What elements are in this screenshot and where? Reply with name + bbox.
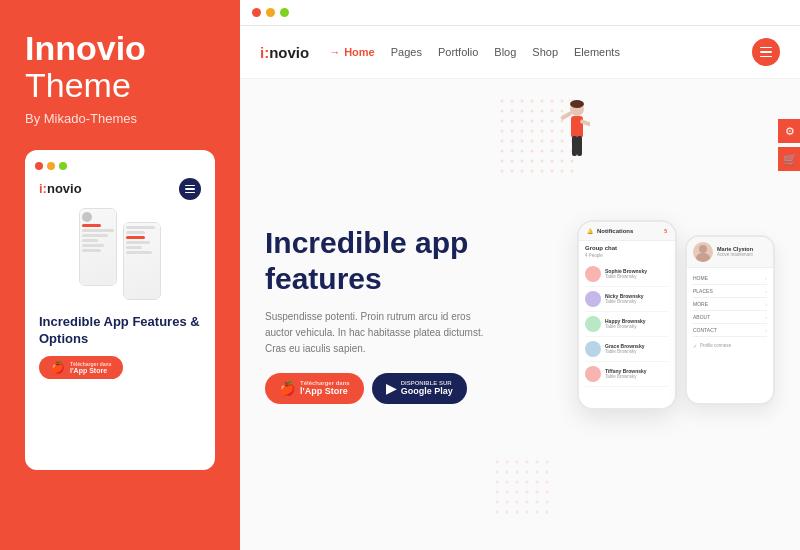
phone-big-header: 🔔 Notifications 5: [579, 222, 675, 241]
menu-item-about: ABOUT ›: [693, 311, 767, 324]
nav-item-shop[interactable]: Shop: [532, 46, 558, 58]
notif-avatar-3: [585, 316, 601, 332]
menu-item-more: MORE ›: [693, 298, 767, 311]
svg-point-3: [570, 100, 584, 108]
nav-items: Home Pages Portfolio Blog Shop Elements: [344, 46, 752, 58]
notif-item-1: Sophie Brownsky Table Brownsky: [585, 262, 669, 287]
nav-item-home[interactable]: Home: [344, 46, 375, 58]
phone-mini-2: [123, 222, 161, 300]
mini-line-6: [82, 249, 101, 252]
mini-line-5: [82, 244, 104, 247]
card-header: i:novio: [35, 178, 205, 200]
mini2-line-4: [126, 241, 150, 244]
menu-item-home: HOME ›: [693, 272, 767, 285]
card-appstore-text: Télécharger dans l'App Store: [70, 361, 111, 374]
brand-title: Innovio Theme By Mikado-Themes: [25, 30, 215, 146]
phones-area: 🔔 Notifications 5 Group chat 4 People So…: [495, 89, 776, 540]
card-appstore-button[interactable]: 🍎 Télécharger dans l'App Store: [39, 356, 123, 379]
profile-connexe-row: ✓ Profile connexe: [693, 343, 767, 349]
phone-small-body: HOME › PLACES › MORE › ABOUT ›: [687, 268, 773, 403]
notif-avatar-1: [585, 266, 601, 282]
svg-rect-7: [560, 111, 572, 120]
phone-mini-screen-2: [124, 223, 160, 299]
mini-line-2: [82, 229, 114, 232]
right-panel: i:novio → Home Pages Portfolio Blog Shop…: [240, 0, 800, 550]
dot-yellow: [47, 162, 55, 170]
side-buttons: ⚙ 🛒: [778, 119, 800, 171]
navigation-bar: i:novio → Home Pages Portfolio Blog Shop…: [240, 26, 800, 79]
contact-avatar: [693, 242, 713, 262]
hero-desc-text: Suspendisse potenti. Proin rutrum arcu i…: [265, 311, 483, 354]
menu-item-places: PLACES ›: [693, 285, 767, 298]
apple-icon-small: 🍎: [51, 361, 65, 374]
appstore-text-group: Télécharger dans l'App Store: [300, 380, 350, 397]
dot-red: [35, 162, 43, 170]
hero-title-line1: Incredible app: [265, 226, 468, 259]
notif-avatar-2: [585, 291, 601, 307]
notif-avatar-4: [585, 341, 601, 357]
mini-line-4: [82, 239, 98, 242]
group-chat-count: 4 People: [585, 253, 669, 258]
brand-subtitle: Theme: [25, 67, 215, 104]
svg-rect-4: [571, 116, 583, 138]
nav-item-elements[interactable]: Elements: [574, 46, 620, 58]
mini2-line-1: [126, 226, 155, 229]
card-bottom: Incredible App Features & Options 🍎 Télé…: [35, 306, 205, 383]
mini-line-3: [82, 234, 108, 237]
nav-item-blog[interactable]: Blog: [494, 46, 516, 58]
phone-mini-1: [79, 208, 117, 286]
phone-big-header-left: 🔔 Notifications: [587, 228, 633, 234]
card-appstore-label-main: l'App Store: [70, 367, 111, 374]
menu-label-home: HOME: [693, 275, 765, 281]
nav-item-pages[interactable]: Pages: [391, 46, 422, 58]
left-panel: Innovio Theme By Mikado-Themes i:novio: [0, 0, 240, 550]
nav-arrow-icon: →: [329, 46, 340, 58]
avatar-svg: [693, 242, 713, 262]
nav-menu-line-1: [760, 47, 772, 49]
notif-msg-1: Table Brownsky: [605, 274, 669, 279]
phone-mini-screen-1: [80, 209, 116, 285]
mini2-line-5: [126, 246, 142, 249]
notif-msg-5: Table Brownsky: [605, 374, 669, 379]
profile-connexe-label: Profile connexe: [700, 343, 731, 348]
notif-item-4: Grace Brownsky Table Brownsky: [585, 337, 669, 362]
apple-icon: 🍎: [279, 381, 295, 396]
browser-dot-green: [280, 8, 289, 17]
mini2-line-3: [126, 236, 145, 239]
dots-decoration-bottom: [495, 460, 555, 520]
notifications-label: Notifications: [597, 228, 633, 234]
svg-point-9: [699, 245, 707, 253]
nav-item-portfolio[interactable]: Portfolio: [438, 46, 478, 58]
svg-rect-6: [577, 136, 582, 156]
side-button-2[interactable]: 🛒: [778, 147, 800, 171]
mobile-preview-card: i:novio: [25, 150, 215, 470]
notification-icon: 🔔: [587, 228, 593, 234]
browser-dot-yellow: [266, 8, 275, 17]
phone-big: 🔔 Notifications 5 Group chat 4 People So…: [577, 220, 677, 410]
card-dots: [35, 162, 205, 170]
appstore-button[interactable]: 🍎 Télécharger dans l'App Store: [265, 373, 364, 404]
nav-menu-button[interactable]: [752, 38, 780, 66]
character-illustration: [555, 99, 590, 179]
brand-name: Innovio: [25, 30, 215, 67]
notif-text-3: Happy Brownsky Table Brownsky: [605, 318, 669, 329]
chevron-more: ›: [765, 301, 767, 307]
notif-item-3: Happy Brownsky Table Brownsky: [585, 312, 669, 337]
nav-menu-line-2: [760, 51, 772, 53]
notif-text-1: Sophie Brownsky Table Brownsky: [605, 268, 669, 279]
group-chat-label: Group chat: [585, 245, 669, 251]
card-menu-button[interactable]: [179, 178, 201, 200]
chevron-home: ›: [765, 275, 767, 281]
notif-avatar-5: [585, 366, 601, 382]
notif-item-5: Tiffany Brownsky Table Brownsky: [585, 362, 669, 387]
appstore-main-text: l'App Store: [300, 386, 350, 397]
googleplay-button[interactable]: ▶ DISPONIBLE SUR Google Play: [372, 373, 467, 404]
contact-info: Marie Clyston Active maintenant: [717, 246, 767, 257]
side-button-1[interactable]: ⚙: [778, 119, 800, 143]
googleplay-icon: ▶: [386, 381, 396, 396]
chevron-places: ›: [765, 288, 767, 294]
hero-title-line2: features: [265, 262, 382, 295]
appstore-small-text: Télécharger dans: [300, 380, 350, 386]
mini-line-1: [82, 224, 101, 227]
notif-text-4: Grace Brownsky Table Brownsky: [605, 343, 669, 354]
